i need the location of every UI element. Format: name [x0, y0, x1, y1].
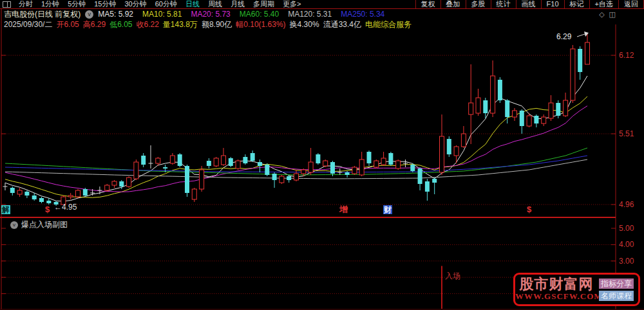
- ma-legend-item-1: MA10: 5.81: [142, 10, 182, 19]
- toolbar-button-2[interactable]: 多股: [466, 0, 491, 8]
- toolbar-button-6[interactable]: 标记: [564, 0, 589, 8]
- chart-marker-4: $: [527, 205, 531, 214]
- toolbar-button-4[interactable]: 画线: [516, 0, 541, 8]
- toolbar-right-buttons: 复权叠加多股统计画线F10标记+自选返回: [415, 0, 644, 8]
- subchart-title: 爆点入场副图: [21, 219, 68, 230]
- chart-marker-2: 增: [339, 205, 348, 214]
- stock-title: 吉电股份(日线 前复权): [4, 9, 80, 20]
- tab-0[interactable]: 分时: [19, 0, 33, 8]
- tab-4[interactable]: 30分钟: [125, 0, 147, 8]
- quote-item-2: 高6.29: [83, 19, 106, 30]
- chevron-down-icon[interactable]: v: [85, 10, 93, 19]
- ma-legend-item-3: MA60: 5.40: [240, 10, 279, 19]
- top-toolbar: 分时1分钟5分钟15分钟30分钟60分钟日线周线月线多周期更多> 复权叠加多股统…: [0, 0, 644, 9]
- watermark-badge: 名师课程: [599, 291, 634, 301]
- svg-text:6.12: 6.12: [619, 51, 634, 60]
- quote-row: 2025/09/30/二开6.05高6.29低6.05收6.22量143.8万额…: [0, 19, 644, 30]
- svg-text:6.29: 6.29: [556, 32, 572, 41]
- toolbar-button-8[interactable]: 返回: [618, 0, 644, 8]
- tab-7[interactable]: 周线: [208, 0, 222, 8]
- quote-item-0: 2025/09/30/二: [4, 19, 52, 30]
- quote-item-4: 收6.22: [136, 19, 158, 30]
- toolbar-button-0[interactable]: 复权: [415, 0, 440, 8]
- quote-item-9: 流通33.4亿: [323, 19, 361, 30]
- panel-split-icon[interactable]: ◫: [609, 10, 616, 19]
- ma-legend-row: 吉电股份(日线 前复权) v MA5: 5.92MA10: 5.81MA20: …: [0, 9, 644, 19]
- diamond-icon[interactable]: ◇: [599, 10, 604, 19]
- ma-legend-item-4: MA120: 5.31: [288, 10, 332, 19]
- chart-marker-0: 解: [1, 205, 10, 214]
- toolbar-button-1[interactable]: 叠加: [440, 0, 466, 8]
- subchart-header: v 爆点入场副图: [10, 219, 68, 230]
- svg-text:5.00: 5.00: [619, 224, 634, 233]
- quote-item-5: 量143.8万: [163, 19, 198, 30]
- quote-item-7: 幅0.10(1.63%): [236, 19, 285, 30]
- svg-text:4.00: 4.00: [619, 240, 634, 249]
- toolbar-button-7[interactable]: +自选: [589, 0, 618, 8]
- chevron-down-icon[interactable]: v: [10, 221, 18, 229]
- watermark-badge: 指标分享: [599, 278, 634, 289]
- candlestick-chart: 6.125.514.965.004.003.006.29←4.95: [0, 0, 644, 310]
- tab-10[interactable]: 更多>: [283, 0, 301, 8]
- window-icon[interactable]: [3, 1, 11, 8]
- quote-item-8: 换4.30%: [290, 19, 319, 30]
- watermark: 股市财富网 WWW.GSCFW.COM 指标分享 名师课程: [513, 273, 640, 306]
- toolbar-button-3[interactable]: 统计: [491, 0, 516, 8]
- svg-text:3.00: 3.00: [619, 257, 634, 266]
- tab-5[interactable]: 60分钟: [155, 0, 177, 8]
- tab-9[interactable]: 多周期: [253, 0, 274, 8]
- svg-text:←4.95: ←4.95: [54, 203, 77, 212]
- chart-marker-1: $: [45, 205, 50, 214]
- ma-legend: MA5: 5.92MA10: 5.81MA20: 5.73MA60: 5.40M…: [98, 10, 393, 19]
- svg-text:5.51: 5.51: [619, 129, 634, 138]
- ma-legend-item-0: MA5: 5.92: [98, 10, 133, 19]
- quote-item-1: 开6.05: [56, 19, 79, 30]
- watermark-url: WWW.GSCFW.COM: [515, 291, 598, 302]
- tab-6[interactable]: 日线: [185, 0, 200, 8]
- quote-item-3: 低6.05: [109, 19, 132, 30]
- quote-item-6: 额8.90亿: [202, 19, 232, 30]
- ma-legend-item-2: MA20: 5.73: [191, 10, 230, 19]
- svg-text:4.96: 4.96: [619, 200, 634, 209]
- tab-1[interactable]: 1分钟: [41, 0, 59, 8]
- chart-marker-3: 财: [383, 205, 392, 214]
- entry-signal-label: 入场: [445, 271, 460, 282]
- tab-2[interactable]: 5分钟: [68, 0, 86, 8]
- quote-item-10: 电能综合服务: [365, 19, 412, 30]
- tab-3[interactable]: 15分钟: [94, 0, 116, 8]
- watermark-site-name: 股市财富网: [515, 277, 598, 291]
- ma-legend-item-5: MA250: 5.34: [341, 10, 384, 19]
- period-tabs: 分时1分钟5分钟15分钟30分钟60分钟日线周线月线多周期更多>: [19, 0, 301, 8]
- tab-8[interactable]: 月线: [231, 0, 245, 8]
- toolbar-button-5[interactable]: F10: [541, 0, 564, 8]
